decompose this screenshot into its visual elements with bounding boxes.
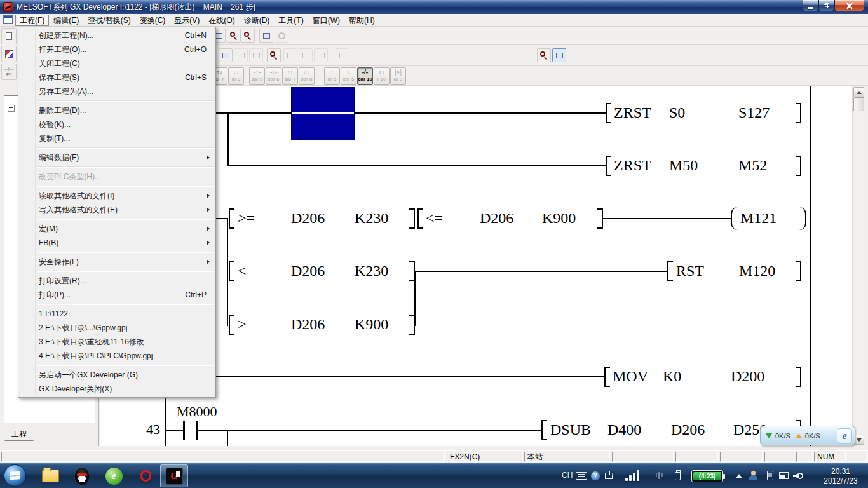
ladder-tool-F10[interactable]: ⊓F10 [374, 67, 390, 85]
menu-item-26[interactable]: 1 I:\1122 [18, 307, 215, 321]
menu-item-21[interactable]: 安全操作(L) [18, 255, 215, 269]
menubar-item-1[interactable]: 工程(F) [15, 15, 49, 26]
window-switch-button[interactable] [219, 48, 233, 62]
menu-item-label: 校验(K)... [39, 120, 71, 129]
menu-item-7[interactable]: 删除工程(D)... [18, 104, 215, 118]
signal-strength-icon[interactable] [625, 470, 639, 481]
zoom-in-button[interactable] [227, 29, 241, 43]
menubar-item-9[interactable]: 窗口(W) [308, 15, 344, 26]
cascade-windows-button[interactable] [259, 29, 273, 43]
help-icon[interactable]: ? [591, 471, 600, 480]
wireless-icon[interactable] [658, 472, 660, 479]
battery-indicator[interactable]: (4:23) [691, 470, 723, 482]
menu-item-32[interactable]: GX Developer关闭(X) [18, 382, 215, 396]
menu-item-2[interactable]: 打开工程(O)...Ctrl+O [18, 43, 215, 57]
project-tab[interactable]: 工程 [4, 427, 34, 441]
menu-item-11[interactable]: 编辑数据(F) [18, 151, 215, 165]
menubar-item-5[interactable]: 显示(V) [170, 15, 204, 26]
minimize-button[interactable] [803, 0, 818, 11]
tray-expand-icon[interactable] [736, 474, 742, 478]
instruction-bracket [796, 367, 801, 387]
menu-item-9[interactable]: 复制(T)... [18, 132, 215, 146]
taskbar-clock[interactable]: 20:31 2012/7/23 [816, 465, 865, 487]
watch-button[interactable] [267, 48, 281, 62]
close-button[interactable] [834, 0, 864, 11]
ladder-tool-saF7[interactable]: ↑↑saF7 [282, 67, 298, 85]
menu-item-27[interactable]: 2 E:\下载目录\...\Gppw.gpj [18, 321, 215, 335]
ladder-tool-caF10[interactable]: -/-caF10 [357, 67, 373, 85]
ladder-line [227, 112, 229, 166]
usb-device-icon[interactable] [675, 472, 681, 480]
menubar-item-4[interactable]: 变换(C) [135, 15, 170, 26]
volume-icon[interactable] [793, 471, 804, 480]
instruction-bracket [229, 208, 234, 229]
language-indicator[interactable]: CH [562, 471, 573, 480]
zoom-out-button[interactable] [241, 29, 255, 43]
menubar-item-8[interactable]: 工具(T) [274, 15, 308, 26]
ladder-tool-saF8[interactable]: ↓↓saF8 [299, 67, 315, 85]
page-magnifier-icon [540, 51, 548, 59]
menu-item-19[interactable]: FB(B) [18, 236, 215, 250]
keyboard-icon[interactable] [576, 472, 587, 480]
menubar-item-7[interactable]: 诊断(D) [240, 15, 275, 26]
taskbar-qq-button[interactable] [72, 466, 92, 485]
qq-tray-icon[interactable] [749, 471, 758, 480]
network-speed-overlay[interactable]: 0K/S 0K/S e [760, 426, 855, 445]
menu-item-31[interactable]: 另启动一个GX Developer (G) [18, 368, 215, 382]
menubar-item-6[interactable]: 在线(O) [204, 15, 239, 26]
browser-button[interactable]: e [837, 428, 852, 444]
tree-collapse-icon[interactable] [8, 105, 15, 112]
scrollbar-thumb[interactable] [853, 97, 864, 111]
ladder-symbol-icon: ↓ [341, 68, 356, 76]
menu-item-shortcut: Ctrl+N [185, 29, 207, 43]
menubar-item-3[interactable]: 查找/替换(S) [83, 15, 135, 26]
box-icon [253, 53, 260, 58]
ladder-tool-aF8[interactable]: ↓↓aF8 [228, 67, 244, 85]
ladder-tool-caF5[interactable]: ↓caF5 [341, 67, 356, 85]
menu-item-label: 复制(T)... [39, 134, 70, 143]
language-bar-options-icon[interactable] [605, 473, 613, 479]
taskbar-opera-button[interactable]: O [136, 466, 155, 485]
taskbar-gx-developer-button[interactable]: G [160, 464, 188, 487]
ladder-text: S127 [738, 104, 770, 121]
menu-item-16[interactable]: 写入其他格式的文件(E) [18, 203, 215, 217]
menu-item-1[interactable]: 创建新工程(N)...Ctrl+N [18, 29, 215, 43]
status-bar: FX2N(C)本站NUM [0, 450, 868, 463]
ladder-tool-saF5[interactable]: -↑-saF5 [249, 67, 265, 85]
start-button[interactable] [4, 464, 26, 487]
menubar-item-10[interactable]: 帮助(H) [344, 15, 379, 26]
network-tray-icon[interactable] [779, 472, 789, 479]
separator-line [37, 271, 214, 271]
ladder-tool-aF5[interactable]: ↑aF5 [324, 67, 340, 85]
ladder-symbol-icon: ↑ [325, 68, 339, 76]
menu-item-15[interactable]: 读取其他格式的文件(I) [18, 189, 215, 203]
menubar-item-2[interactable]: 编辑(E) [49, 15, 83, 26]
menu-item-4[interactable]: 保存工程(S)Ctrl+S [18, 71, 215, 85]
menu-item-8[interactable]: 校验(K)... [18, 118, 215, 132]
ladder-window-icon[interactable] [3, 15, 13, 24]
toolbar-button-disabled-1 [234, 48, 248, 62]
new-window-button[interactable] [1, 28, 17, 44]
ladder-text: K0 [663, 368, 681, 385]
ladder-tool-saF6[interactable]: -↓-saF6 [266, 67, 281, 85]
menu-item-28[interactable]: 3 E:\下载目录\重经机11-16修改 [18, 335, 215, 349]
taskbar-explorer-button[interactable] [41, 466, 60, 485]
status-cell-9: NUM [814, 452, 846, 462]
ladder-text: K230 [355, 262, 388, 280]
ladder-tool-aF9[interactable]: |×|aF9 [390, 67, 406, 85]
tree-view-button[interactable] [552, 48, 566, 62]
restore-button[interactable] [818, 0, 834, 11]
macro-button[interactable] [1, 46, 17, 62]
menu-item-24[interactable]: 打印(P)...Ctrl+P [18, 288, 215, 302]
menu-item-18[interactable]: 宏(M) [18, 222, 215, 236]
menu-item-29[interactable]: 4 E:\下载目录\PLC\PLC\Gppw.gpj [18, 349, 215, 363]
menu-item-5[interactable]: 另存工程为(A)... [18, 85, 215, 98]
taskbar-browser-button[interactable]: e [104, 466, 123, 485]
menu-item-3[interactable]: 关闭工程(C) [18, 57, 215, 71]
scroll-up-button[interactable] [853, 87, 864, 97]
vertical-scrollbar[interactable] [852, 86, 864, 446]
ladder-symbol-button[interactable]: ⊣⊢ F5 [1, 64, 17, 80]
find-page-button[interactable] [537, 48, 551, 62]
menu-item-23[interactable]: 打印设置(R)... [18, 274, 215, 288]
device-tray-icon[interactable] [767, 471, 773, 480]
